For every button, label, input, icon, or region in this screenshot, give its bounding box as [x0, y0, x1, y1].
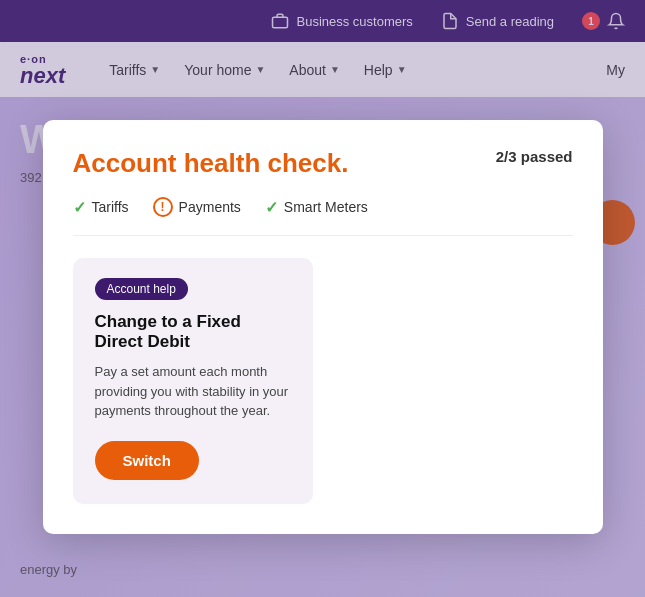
checkmark-icon: ✓ — [265, 198, 278, 217]
check-payments-label: Payments — [179, 199, 241, 215]
card-title: Change to a Fixed Direct Debit — [95, 312, 291, 352]
check-smart-meters-label: Smart Meters — [284, 199, 368, 215]
card-tag: Account help — [95, 278, 188, 300]
modal-title: Account health check. — [73, 148, 349, 179]
checks-row: ✓ Tariffs ! Payments ✓ Smart Meters — [73, 197, 573, 236]
account-help-card: Account help Change to a Fixed Direct De… — [73, 258, 313, 504]
check-tariffs: ✓ Tariffs — [73, 198, 129, 217]
health-check-modal: Account health check. 2/3 passed ✓ Tarif… — [43, 120, 603, 534]
check-smart-meters: ✓ Smart Meters — [265, 198, 368, 217]
check-payments: ! Payments — [153, 197, 241, 217]
switch-button[interactable]: Switch — [95, 441, 199, 480]
warning-icon: ! — [153, 197, 173, 217]
check-tariffs-label: Tariffs — [92, 199, 129, 215]
modal-overlay: Account health check. 2/3 passed ✓ Tarif… — [0, 0, 645, 597]
card-body: Pay a set amount each month providing yo… — [95, 362, 291, 421]
modal-header: Account health check. 2/3 passed — [73, 148, 573, 179]
checkmark-icon: ✓ — [73, 198, 86, 217]
passed-badge: 2/3 passed — [496, 148, 573, 165]
